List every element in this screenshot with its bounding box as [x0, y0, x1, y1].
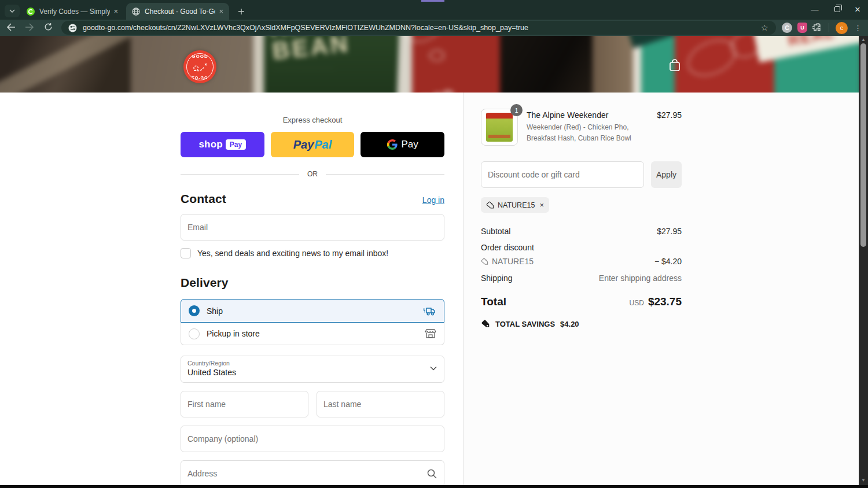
extensions-area: C U c ⋮: [782, 22, 862, 34]
savings-tag-icon: [481, 319, 490, 328]
logo-text-top: GOOD: [183, 54, 216, 59]
ship-option[interactable]: Ship: [181, 299, 444, 323]
or-divider: OR: [181, 170, 444, 178]
store-logo[interactable]: GOOD TO-GO: [183, 50, 216, 83]
shipping-value: Enter shipping address: [599, 273, 682, 283]
forward-icon: [25, 23, 34, 31]
subtotal-row: Subtotal $27.95: [481, 227, 682, 236]
product-variant: Weekender (Red) - Chicken Pho, Breakfast…: [527, 122, 647, 143]
page-scrollbar[interactable]: ▲ ▼: [859, 36, 868, 488]
banner-photo: KABEAN · · · · · · · · · · · · · OOD REA…: [0, 36, 859, 93]
bookmark-star-icon[interactable]: ☆: [761, 23, 770, 32]
tab-close-icon[interactable]: ×: [219, 8, 223, 15]
savings-value: $4.20: [560, 320, 579, 328]
quantity-badge: 1: [510, 104, 523, 116]
taskbar-edge: [0, 485, 868, 488]
ship-radio[interactable]: [189, 305, 200, 316]
pickup-label: Pickup in store: [207, 329, 418, 338]
window-close-button[interactable]: ✕: [847, 0, 868, 19]
cart-bag-icon[interactable]: [667, 58, 682, 73]
email-field[interactable]: [181, 214, 444, 241]
subtotal-label: Subtotal: [481, 227, 510, 236]
shield-extension-icon[interactable]: U: [797, 23, 807, 33]
newsletter-label: Yes, send deals and exciting news to my …: [197, 249, 388, 258]
tab-search-button[interactable]: [5, 5, 20, 17]
restore-button[interactable]: [826, 0, 848, 19]
minimize-button[interactable]: —: [804, 0, 826, 19]
google-pay-button[interactable]: Pay: [361, 132, 444, 157]
shop-pay-chip: Pay: [226, 139, 246, 150]
checkout-main: Express checkout shop Pay Pay Pal: [0, 93, 463, 488]
paypal-button[interactable]: Pay Pal: [271, 132, 355, 157]
scrollbar-down-arrow[interactable]: ▼: [859, 476, 868, 485]
apply-button[interactable]: Apply: [651, 161, 682, 188]
tag-icon: [481, 258, 488, 265]
currency-code: USD: [630, 299, 644, 307]
discount-amount: − $4.20: [654, 257, 682, 266]
extensions-puzzle-icon[interactable]: [812, 23, 822, 33]
first-name-field[interactable]: [181, 391, 308, 417]
chevron-down-icon: [9, 9, 15, 13]
newsletter-checkbox[interactable]: [181, 248, 191, 258]
extension-c-icon[interactable]: C: [782, 23, 792, 33]
tab-checkout[interactable]: Checkout - Good To-Go ×: [126, 3, 229, 20]
toolbar-divider: [829, 23, 829, 32]
country-label: Country/Region: [187, 360, 437, 367]
simplycodes-favicon: [27, 8, 35, 16]
applied-code: NATURE15: [492, 257, 534, 266]
country-select[interactable]: Country/Region United States: [181, 356, 444, 383]
discount-code-input[interactable]: [481, 161, 644, 188]
last-name-field[interactable]: [317, 391, 444, 417]
product-title: The Alpine Weekender: [527, 110, 647, 120]
chevron-down-icon: [430, 366, 437, 371]
profile-avatar[interactable]: c: [836, 22, 848, 34]
total-label: Total: [481, 295, 506, 308]
store-header-banner: KABEAN · · · · · · · · · · · · · OOD REA…: [0, 36, 859, 93]
tab-title: Verify Codes — SimplyCodes: [39, 8, 110, 16]
tab-title: Checkout - Good To-Go: [145, 8, 215, 16]
address-field[interactable]: [181, 460, 444, 487]
total-value: $23.75: [648, 295, 682, 308]
address-bar[interactable]: goodto-go.com/checkouts/cn/Z2NwLXVzLWVhc…: [61, 21, 776, 35]
shipping-row: Shipping Enter shipping address: [481, 273, 682, 283]
scrollbar-up-arrow[interactable]: ▲: [859, 36, 868, 44]
back-icon: [6, 23, 16, 31]
delivery-heading: Delivery: [181, 276, 229, 290]
restore-icon: [834, 6, 840, 12]
pickup-radio[interactable]: [189, 328, 200, 339]
browser-chrome: Verify Codes — SimplyCodes × Checkout - …: [0, 0, 868, 36]
url-text: goodto-go.com/checkouts/cn/Z2NwLXVzLWVhc…: [83, 24, 528, 32]
discount-code-row: NATURE15 − $4.20: [481, 257, 682, 266]
new-tab-button[interactable]: [235, 5, 248, 18]
total-savings-row: TOTAL SAVINGS $4.20: [481, 319, 682, 328]
paypal-pal-word: Pal: [314, 138, 332, 151]
company-field[interactable]: [181, 426, 444, 452]
tab-simplycodes[interactable]: Verify Codes — SimplyCodes ×: [21, 3, 124, 20]
pickup-option[interactable]: Pickup in store: [181, 323, 444, 345]
checkout-page: KABEAN · · · · · · · · · · · · · OOD REA…: [0, 36, 859, 488]
country-value: United States: [187, 368, 437, 377]
shop-pay-button[interactable]: shop Pay: [181, 132, 264, 157]
discount-chip-code: NATURE15: [498, 201, 535, 209]
tab-strip: Verify Codes — SimplyCodes × Checkout - …: [0, 0, 868, 20]
browser-menu-icon[interactable]: ⋮: [854, 24, 862, 32]
truck-icon: [422, 306, 436, 316]
search-icon: [427, 469, 437, 479]
gpay-word: Pay: [402, 139, 418, 150]
reload-button[interactable]: [41, 23, 56, 33]
order-discount-label: Order discount: [481, 243, 534, 252]
site-info-icon: [68, 24, 77, 32]
forward-button[interactable]: [22, 23, 37, 33]
product-price: $27.95: [657, 110, 682, 120]
login-link[interactable]: Log in: [422, 195, 444, 205]
scrollbar-thumb[interactable]: [860, 43, 866, 247]
remove-discount-icon[interactable]: ×: [539, 201, 544, 209]
order-summary: 1 The Alpine Weekender Weekender (Red) -…: [463, 93, 859, 488]
total-row: Total USD $23.75: [481, 295, 682, 308]
order-discount-row: Order discount: [481, 243, 682, 252]
shop-pay-word: shop: [198, 139, 222, 150]
tag-icon: [486, 201, 494, 209]
globe-favicon: [132, 8, 140, 16]
tab-close-icon[interactable]: ×: [113, 8, 118, 15]
back-button[interactable]: [3, 23, 19, 33]
